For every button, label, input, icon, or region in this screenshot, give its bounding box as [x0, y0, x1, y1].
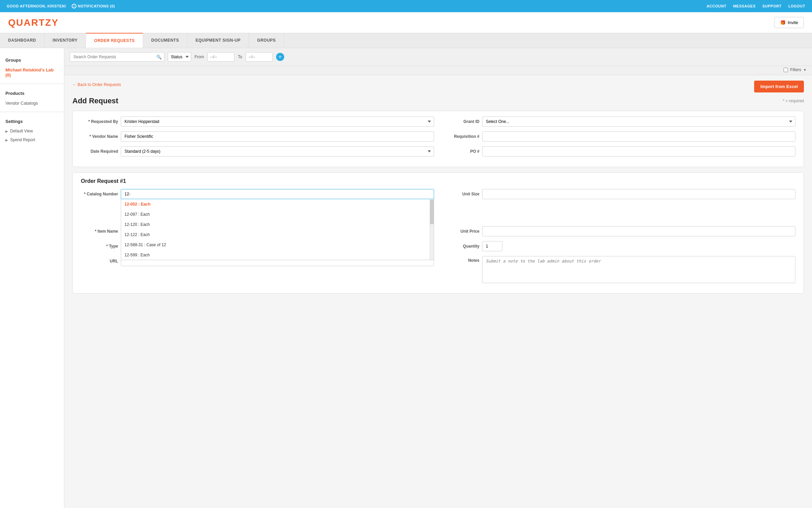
- type-label: * Type: [81, 244, 118, 249]
- notifications-link[interactable]: i NOTIFICATIONS (0): [72, 4, 115, 8]
- add-filter-button[interactable]: +: [276, 53, 284, 61]
- invite-button[interactable]: 🎁 Invite: [774, 17, 804, 28]
- catalog-label: * Catalog Number: [81, 192, 118, 196]
- notes-label: Notes: [442, 258, 479, 263]
- filters-row: Filters ▼: [64, 66, 812, 75]
- unit-price-group: Unit Price: [442, 226, 795, 236]
- tab-equipment-sign-up[interactable]: EQUIPMENT SIGN-UP: [187, 33, 249, 48]
- sidebar-item-vendor-catalogs[interactable]: Vendor Catalogs: [0, 99, 64, 108]
- sidebar-item-lab[interactable]: Michael Reiskind's Lab (0): [0, 65, 64, 80]
- form-title: Add Request: [72, 97, 118, 105]
- notes-textarea[interactable]: [482, 256, 795, 283]
- requested-by-select[interactable]: Kristen Hopperstad: [121, 117, 434, 127]
- autocomplete-item-1[interactable]: 12-097 : Each: [121, 209, 434, 219]
- groups-section-title: Groups: [0, 55, 64, 65]
- requisition-label: Requisition #: [442, 134, 479, 139]
- filters-label[interactable]: Filters: [790, 67, 801, 72]
- import-excel-button[interactable]: Import from Excel: [754, 81, 804, 92]
- arrow-icon-default-view: ▶: [5, 129, 8, 133]
- requisition-input[interactable]: [482, 131, 795, 142]
- autocomplete-item-0[interactable]: 12-002 : Each: [121, 199, 434, 209]
- url-row: URL Notes: [81, 256, 795, 283]
- date-required-group: Date Required Standard (2-5 days): [81, 146, 434, 156]
- requested-by-label: * Requested By: [81, 119, 118, 124]
- status-select[interactable]: Status: [168, 52, 191, 62]
- unit-size-group: Unit Size: [442, 189, 795, 199]
- catalog-input-wrap: 12-002 : Each 12-097 : Each 12-120 : Eac…: [121, 189, 434, 199]
- sidebar-item-spend-report[interactable]: ▶ Spend Report: [0, 135, 64, 144]
- grant-id-label: Grant ID: [442, 119, 479, 124]
- quantity-label: Quantity: [442, 244, 479, 249]
- notes-group: Notes: [442, 256, 795, 283]
- logo: QUARTZY: [8, 17, 59, 28]
- tab-dashboard[interactable]: DASHBOARD: [0, 33, 45, 48]
- vendor-name-group: * Vendor Name: [81, 131, 434, 142]
- sidebar-item-default-view[interactable]: ▶ Default View: [0, 127, 64, 135]
- header: QUARTZY 🎁 Invite: [0, 12, 812, 33]
- tab-groups[interactable]: GROUPS: [249, 33, 284, 48]
- catalog-group: * Catalog Number 12-002 : Each 12-097 : …: [81, 189, 434, 199]
- arrow-icon-spend-report: ▶: [5, 138, 8, 142]
- content-area: Groups Michael Reiskind's Lab (0) Produc…: [0, 48, 812, 508]
- url-label: URL: [81, 259, 118, 263]
- date-required-select[interactable]: Standard (2-5 days): [121, 146, 434, 156]
- sidebar-divider-1: [0, 84, 64, 84]
- tab-documents[interactable]: DOCUMENTS: [143, 33, 187, 48]
- required-note: * = required: [783, 99, 804, 103]
- main-form-section: * Requested By Kristen Hopperstad Grant …: [72, 111, 804, 167]
- tab-inventory[interactable]: INVENTORY: [45, 33, 86, 48]
- from-label: From: [195, 55, 204, 59]
- autocomplete-item-4[interactable]: 12-588-31 : Case of 12: [121, 240, 434, 250]
- to-date-input[interactable]: [246, 52, 273, 62]
- grant-id-group: Grant ID Select One...: [442, 117, 795, 127]
- greeting: GOOD AFTERNOON, KRISTEN!: [7, 4, 66, 8]
- grant-id-select[interactable]: Select One...: [482, 117, 795, 127]
- unit-price-label: Unit Price: [442, 229, 479, 234]
- filters-checkbox[interactable]: [784, 68, 788, 72]
- search-icon: 🔍: [156, 55, 162, 60]
- top-bar-left: GOOD AFTERNOON, KRISTEN! i NOTIFICATIONS…: [7, 4, 115, 8]
- form-area: ← Back to Order Requests Import from Exc…: [64, 75, 812, 304]
- from-date-input[interactable]: [207, 52, 234, 62]
- to-label: To: [238, 55, 242, 59]
- tab-order-requests[interactable]: ORDER REQUESTS: [86, 33, 143, 48]
- search-input-wrap: 🔍: [70, 52, 164, 62]
- account-link[interactable]: ACCOUNT: [706, 4, 726, 8]
- messages-link[interactable]: MESSAGES: [733, 4, 755, 8]
- support-link[interactable]: SUPPORT: [762, 4, 782, 8]
- settings-section-title: Settings: [0, 116, 64, 127]
- vendor-name-label: * Vendor Name: [81, 134, 118, 139]
- po-label: PO #: [442, 149, 479, 154]
- catalog-row: * Catalog Number 12-002 : Each 12-097 : …: [81, 189, 795, 199]
- unit-price-input[interactable]: [482, 226, 795, 236]
- catalog-input[interactable]: [121, 189, 434, 199]
- autocomplete-dropdown: 12-002 : Each 12-097 : Each 12-120 : Eac…: [121, 199, 434, 260]
- order-request-section: Order Request #1 * Catalog Number 12-002…: [72, 172, 804, 294]
- sidebar-divider-2: [0, 112, 64, 112]
- vendor-name-input[interactable]: [121, 131, 434, 142]
- po-input[interactable]: [482, 146, 795, 156]
- logout-link[interactable]: LOGOUT: [788, 4, 805, 8]
- unit-size-input[interactable]: [482, 189, 795, 199]
- main-panel: 🔍 Status From To + Filters ▼ ← Back to O…: [64, 48, 812, 508]
- item-name-label: * Item Name: [81, 229, 118, 234]
- autocomplete-scrollbar[interactable]: [430, 199, 434, 260]
- form-row-1: * Requested By Kristen Hopperstad Grant …: [81, 117, 795, 127]
- search-input[interactable]: [70, 52, 164, 62]
- form-row-2: * Vendor Name Requisition #: [81, 131, 795, 142]
- main-nav: DASHBOARD INVENTORY ORDER REQUESTS DOCUM…: [0, 33, 812, 48]
- requested-by-group: * Requested By Kristen Hopperstad: [81, 117, 434, 127]
- autocomplete-item-3[interactable]: 12-122 : Each: [121, 230, 434, 240]
- top-bar-right: ACCOUNT MESSAGES SUPPORT LOGOUT: [706, 4, 805, 8]
- notification-icon: i: [72, 4, 76, 8]
- form-header: Add Request * = required: [72, 97, 804, 105]
- order-section-title: Order Request #1: [81, 178, 795, 184]
- top-bar: GOOD AFTERNOON, KRISTEN! i NOTIFICATIONS…: [0, 0, 812, 12]
- back-link[interactable]: ← Back to Order Requests: [72, 82, 121, 87]
- unit-size-label: Unit Size: [442, 192, 479, 196]
- invite-icon: 🎁: [780, 20, 786, 25]
- filters-dropdown-icon: ▼: [803, 68, 807, 72]
- quantity-input[interactable]: [482, 241, 502, 251]
- autocomplete-item-5[interactable]: 12-599 : Each: [121, 250, 434, 260]
- autocomplete-item-2[interactable]: 12-120 : Each: [121, 219, 434, 230]
